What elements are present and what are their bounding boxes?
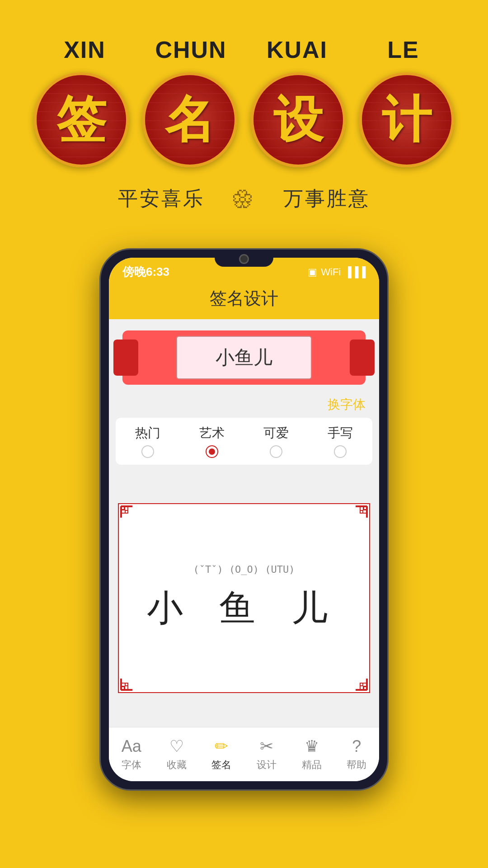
tab-handwrite-indicator: [334, 445, 347, 458]
scissors-icon: ✂: [260, 737, 273, 756]
nav-favorites[interactable]: ♡ 收藏: [167, 737, 187, 772]
seal-circle-3: 计: [359, 72, 454, 167]
font-icon: Aa: [122, 737, 141, 756]
tab-cute[interactable]: 可爱: [263, 425, 289, 458]
right-blessing: 万事胜意: [283, 185, 370, 212]
left-blessing: 平安喜乐: [118, 185, 205, 212]
nav-favorites-label: 收藏: [167, 758, 187, 772]
nav-signature[interactable]: ✏ 签名: [211, 737, 231, 772]
nav-font[interactable]: Aa 字体: [122, 737, 141, 772]
preview-box: (ˇTˇ) (O_O) (UTU) 小 鱼 儿: [118, 503, 370, 693]
pinyin-kuai: KUAI: [258, 36, 337, 63]
change-font-row: 换字体: [109, 392, 379, 418]
seal-circle-2: 设: [251, 72, 346, 167]
crown-icon: ♛: [305, 737, 319, 756]
pinyin-chun: CHUN: [151, 36, 230, 63]
seal-circle-0: 签: [34, 72, 129, 167]
help-icon: ?: [352, 737, 361, 756]
corner-bl-decoration: [119, 660, 150, 692]
nav-premium-label: 精品: [302, 758, 322, 772]
app-header: 签名设计: [109, 283, 379, 319]
nav-design[interactable]: ✂ 设计: [257, 737, 277, 772]
preview-area: (ˇTˇ) (O_O) (UTU) 小 鱼 儿: [109, 469, 379, 727]
change-font-button[interactable]: 换字体: [328, 396, 366, 413]
seal-char-0: 签: [56, 86, 106, 154]
battery-icon: ▣: [308, 266, 317, 278]
bottom-nav: Aa 字体 ♡ 收藏 ✏ 签名 ✂ 设计 ♛ 精品: [109, 727, 379, 781]
corner-br-decoration: [338, 660, 369, 692]
app-content: 小鱼儿 换字体 热门 艺术: [109, 319, 379, 727]
heart-icon: ♡: [169, 737, 184, 756]
preview-name: 小 鱼 儿: [147, 584, 341, 633]
tab-hot-label: 热门: [135, 425, 160, 442]
seal-char-2: 设: [273, 86, 323, 154]
scroll-name: 小鱼儿: [216, 347, 272, 368]
scroll-banner-wrapper: 小鱼儿: [109, 319, 379, 392]
nav-help[interactable]: ? 帮助: [347, 737, 366, 772]
corner-tr-decoration: [338, 504, 369, 536]
style-tabs: 热门 艺术 可爱 手写: [116, 418, 372, 465]
tab-cute-indicator: [270, 445, 282, 458]
nav-design-label: 设计: [257, 758, 277, 772]
tab-hot-indicator: [141, 445, 154, 458]
nav-help-label: 帮助: [347, 758, 366, 772]
corner-tl-decoration: [119, 504, 150, 536]
seal-char-3: 计: [382, 86, 432, 154]
wifi-icon: WiFi: [321, 266, 341, 278]
phone-mockup: 傍晚6:33 ▣ WiFi ▐▐▐ 签名设计 小鱼儿: [99, 248, 389, 791]
tab-art[interactable]: 艺术: [199, 425, 225, 458]
signature-icon: ✏: [215, 737, 228, 756]
phone-camera: [239, 254, 249, 264]
svg-rect-3: [360, 510, 363, 513]
phone-wrapper: 傍晚6:33 ▣ WiFi ▐▐▐ 签名设计 小鱼儿: [0, 248, 488, 791]
svg-rect-1: [125, 510, 128, 513]
pinyin-row: XIN CHUN KUAI LE: [18, 36, 470, 63]
tab-handwrite[interactable]: 手写: [328, 425, 353, 458]
top-section: XIN CHUN KUAI LE 签 名 设 计 平安喜乐 🏵 万事胜意: [0, 0, 488, 230]
nav-premium[interactable]: ♛ 精品: [302, 737, 322, 772]
tab-art-indicator: [206, 445, 218, 458]
tab-handwrite-label: 手写: [328, 425, 353, 442]
nav-signature-label: 签名: [211, 758, 231, 772]
status-time: 傍晚6:33: [122, 264, 169, 280]
svg-rect-5: [125, 683, 128, 686]
tab-art-label: 艺术: [199, 425, 225, 442]
svg-rect-7: [360, 683, 363, 686]
seal-char-1: 名: [165, 86, 215, 154]
pinyin-xin: XIN: [45, 36, 124, 63]
nav-font-label: 字体: [122, 758, 141, 772]
seal-circles-row: 签 名 设 计: [34, 72, 454, 167]
status-icons: ▣ WiFi ▐▐▐: [308, 266, 366, 278]
tab-hot[interactable]: 热门: [135, 425, 160, 458]
bottom-text-row: 平安喜乐 🏵 万事胜意: [118, 185, 370, 212]
lotus-icon: 🏵: [232, 186, 256, 212]
app-title: 签名设计: [210, 289, 278, 308]
tab-cute-label: 可爱: [263, 425, 289, 442]
pinyin-le: LE: [364, 36, 443, 63]
preview-annotation: (ˇTˇ) (O_O) (UTU): [193, 564, 295, 575]
signal-icon: ▐▐▐: [344, 266, 366, 278]
phone-screen: 傍晚6:33 ▣ WiFi ▐▐▐ 签名设计 小鱼儿: [109, 258, 379, 781]
seal-circle-1: 名: [142, 72, 237, 167]
scroll-inner: 小鱼儿: [176, 336, 312, 379]
scroll-banner: 小鱼儿: [122, 330, 366, 385]
